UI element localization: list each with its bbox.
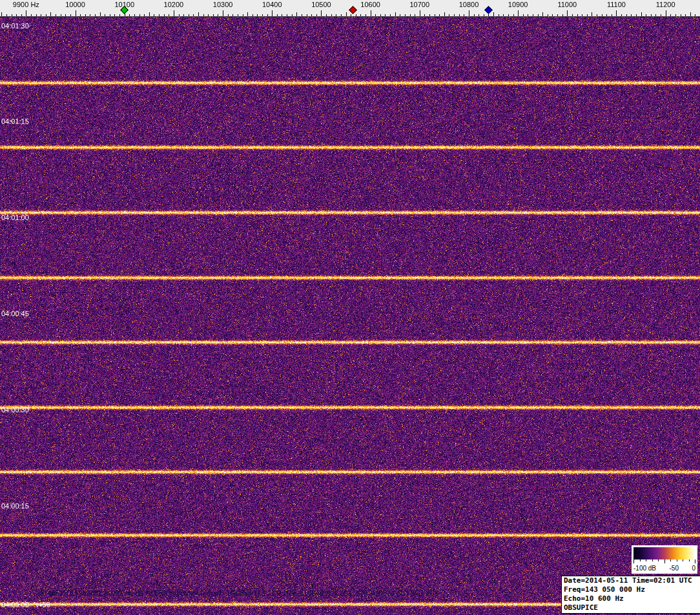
- time-tick-label: 04:01:30: [1, 22, 29, 30]
- time-tick-label: 04:01:15: [1, 117, 29, 125]
- time-tick-label: 04:00:15: [1, 502, 29, 510]
- freq-tick-label: 10200: [164, 1, 184, 8]
- freq-tick-label: 10900: [508, 1, 528, 8]
- freq-tick-label: 10800: [459, 1, 479, 8]
- colorbar: -100 dB -50 0: [632, 545, 697, 574]
- detection-status-line: 20140511015959852 hCnt1 nb-86 f10598 hit…: [36, 589, 438, 597]
- time-tick-label: 04:00:00 ^t+59: [1, 601, 50, 609]
- freq-tick-label: 10000: [65, 1, 85, 8]
- info-frequency: Freq=143 050 000 Hz: [564, 585, 700, 594]
- colorbar-label-max: 0: [692, 565, 695, 572]
- spectrogram-panel: 20140511015959852 hCnt1 nb-86 f10598 hit…: [0, 17, 700, 615]
- info-date-time: Date=2014-05-11 Time=02:01 UTC: [564, 576, 700, 585]
- time-tick-label: 04:00:45: [1, 310, 29, 318]
- freq-tick-label: 10400: [262, 1, 282, 8]
- freq-tick-label: 10600: [360, 1, 380, 8]
- freq-tick-label: 10300: [213, 1, 233, 8]
- colorbar-labels: -100 dB -50 0: [633, 565, 695, 572]
- observation-info-box: Date=2014-05-11 Time=02:01 UTC Freq=143 …: [561, 576, 700, 614]
- freq-tick-label: 10700: [409, 1, 429, 8]
- time-tick-label: 04:01:00: [1, 214, 29, 221]
- freq-tick-label: 10500: [311, 1, 331, 8]
- freq-tick-label: 11100: [607, 1, 626, 8]
- time-tick-label: 04:00:30: [1, 406, 29, 414]
- spectrogram-window: 9900 Hz100001010010200103001040010500106…: [0, 0, 700, 615]
- frequency-ruler: 9900 Hz100001010010200103001040010500106…: [0, 0, 700, 17]
- spectrogram-canvas: [0, 17, 700, 615]
- info-echo: Echo=10 600 Hz: [564, 594, 700, 603]
- freq-tick-label: 9900 Hz: [13, 1, 39, 8]
- colorbar-label-min: -100 dB: [633, 565, 656, 572]
- info-station: OBSUPICE: [564, 603, 700, 612]
- colorbar-gradient: [633, 547, 695, 564]
- colorbar-label-mid: -50: [670, 565, 679, 572]
- freq-tick-label: 11000: [557, 1, 577, 8]
- freq-tick-label: 11200: [656, 1, 675, 8]
